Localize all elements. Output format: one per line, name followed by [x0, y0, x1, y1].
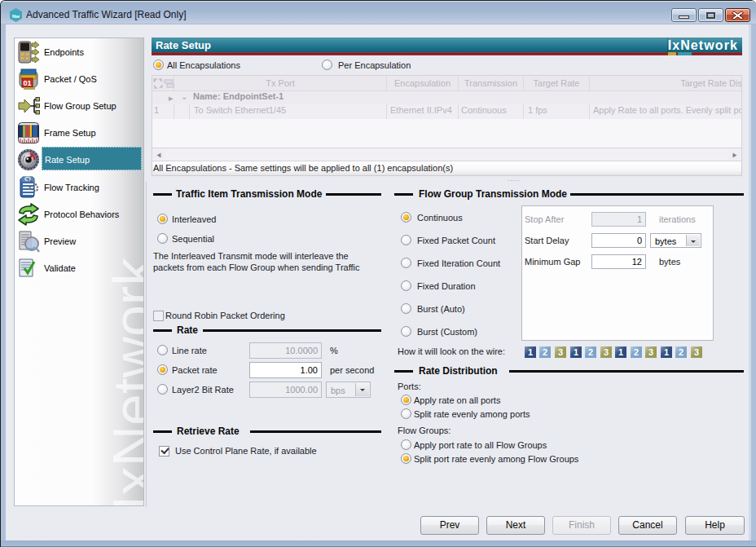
svg-text:Nw: Nw: [12, 14, 20, 19]
svg-text:01: 01: [23, 79, 31, 87]
